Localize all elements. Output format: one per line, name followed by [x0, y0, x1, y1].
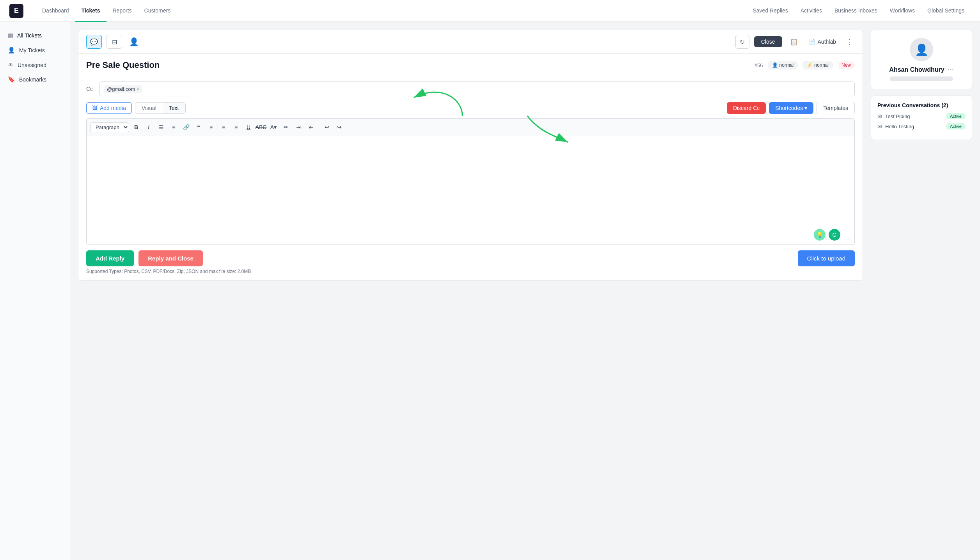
- nav-saved-replies[interactable]: Saved Replies: [746, 0, 794, 22]
- user-more-btn[interactable]: ⋯: [948, 66, 954, 73]
- strikethrough-btn[interactable]: ABC: [256, 122, 266, 133]
- refresh-btn[interactable]: ↻: [735, 35, 749, 49]
- visual-text-tabs: Visual Text: [135, 102, 186, 114]
- nav-tickets[interactable]: Tickets: [75, 0, 107, 22]
- spell-check-btn[interactable]: 💡: [814, 229, 826, 241]
- ticket-toolbar: 💬 ⊟ 👤 ↻ Close 📋 📄 Authlab ⋮: [78, 30, 863, 54]
- nav-global-settings[interactable]: Global Settings: [921, 0, 971, 22]
- action-row: Add Reply Reply and Close Click to uploa…: [86, 250, 855, 266]
- upload-btn[interactable]: Click to upload: [798, 250, 855, 266]
- sidebar: ▦ All Tickets 👤 My Tickets 👁 Unassigned …: [0, 22, 70, 560]
- conv-name-1[interactable]: Hello Testing: [885, 124, 943, 129]
- cc-label: Cc: [86, 86, 96, 92]
- priority-badge-2: ⚡ normal: [802, 61, 833, 69]
- more-options-btn[interactable]: ⋮: [844, 36, 855, 47]
- editor-toolbar: Paragraph B I ☰ ≡ 🔗 ❝ ≡ ≡ ≡ U ABC A▾ ✏ ⇥…: [86, 118, 855, 136]
- avatar: 👤: [910, 38, 933, 61]
- nav-links-right: Saved Replies Activities Business Inboxe…: [746, 0, 971, 22]
- shortcodes-btn[interactable]: Shortcodes ▾: [769, 102, 813, 114]
- cc-row: Cc @gmail.com ×: [86, 82, 855, 96]
- outdent-btn[interactable]: ⇤: [305, 122, 316, 133]
- cc-tag: @gmail.com ×: [104, 85, 142, 93]
- status-badge-new: New: [838, 61, 855, 69]
- templates-btn[interactable]: Templates: [817, 102, 855, 114]
- chevron-down-icon: ▾: [804, 105, 807, 111]
- undo-btn[interactable]: ↩: [321, 122, 332, 133]
- close-ticket-btn[interactable]: Close: [754, 36, 782, 47]
- align-left-btn[interactable]: ≡: [206, 122, 217, 133]
- user-profile-btn[interactable]: 👤: [127, 35, 141, 49]
- user-email-blur: [890, 76, 953, 81]
- compose-area: Cc @gmail.com × 🖼 Add media Visual Text: [78, 75, 863, 280]
- logo-text: E: [14, 7, 19, 15]
- nav-activities[interactable]: Activities: [794, 0, 828, 22]
- underline-btn[interactable]: U: [243, 122, 254, 133]
- sidebar-label-unassigned: Unassigned: [18, 62, 46, 68]
- prev-conversations: Previous Conversations (2) ✉ Test Piping…: [871, 96, 972, 140]
- sidebar-label-my-tickets: My Tickets: [19, 47, 45, 53]
- link-btn[interactable]: 🔗: [181, 122, 192, 133]
- mail-icon-0: ✉: [877, 113, 882, 119]
- eye-icon: 👁: [8, 62, 14, 68]
- sidebar-label-bookmarks: Bookmarks: [19, 76, 46, 83]
- nav-reports[interactable]: Reports: [107, 0, 138, 22]
- authlab-btn[interactable]: 📄 Authlab: [806, 37, 839, 46]
- font-color-btn[interactable]: A▾: [268, 122, 279, 133]
- resize-handle[interactable]: ⋱: [847, 237, 853, 243]
- highlight-btn[interactable]: ✏: [281, 122, 291, 133]
- indent-btn[interactable]: ⇥: [293, 122, 304, 133]
- prev-conversations-title: Previous Conversations (2): [877, 102, 966, 108]
- mail-icon-1: ✉: [877, 123, 882, 129]
- sidebar-item-bookmarks[interactable]: 🔖 Bookmarks: [0, 72, 70, 87]
- bold-btn[interactable]: B: [131, 122, 142, 133]
- unordered-list-btn[interactable]: ☰: [156, 122, 167, 133]
- sidebar-label-all-tickets: All Tickets: [17, 32, 42, 39]
- conv-item-1: ✉ Hello Testing Active: [877, 123, 966, 129]
- redo-btn[interactable]: ↪: [334, 122, 345, 133]
- alert-icon: ⚡: [807, 62, 813, 68]
- detail-view-btn[interactable]: ⊟: [107, 35, 122, 49]
- quote-btn[interactable]: ❝: [193, 122, 204, 133]
- nav-dashboard[interactable]: Dashboard: [36, 0, 75, 22]
- ticket-title-row: Pre Sale Question #56 👤 normal ⚡ normal …: [78, 54, 863, 75]
- message-view-btn[interactable]: 💬: [86, 35, 102, 49]
- add-media-btn[interactable]: 🖼 Add media: [86, 102, 132, 114]
- toolbar-row: 🖼 Add media Visual Text Discard Cc Short…: [86, 102, 855, 114]
- nav-workflows[interactable]: Workflows: [884, 0, 921, 22]
- reply-close-btn[interactable]: Reply and Close: [138, 250, 203, 266]
- nav-business-inboxes[interactable]: Business Inboxes: [828, 0, 884, 22]
- toolbar-divider: [319, 123, 319, 131]
- ticket-area: 💬 ⊟ 👤 ↻ Close 📋 📄 Authlab ⋮ Pre Sale Que…: [78, 30, 863, 281]
- editor-footer-icons: 💡 G: [814, 229, 840, 241]
- align-center-btn[interactable]: ≡: [218, 122, 229, 133]
- paragraph-select[interactable]: Paragraph: [91, 122, 129, 132]
- top-nav: E Dashboard Tickets Reports Customers Sa…: [0, 0, 980, 22]
- upload-info: Supported Types: Photos, CSV, PDF/Docs, …: [86, 269, 855, 274]
- authlab-icon: 📄: [809, 39, 815, 45]
- add-reply-btn[interactable]: Add Reply: [86, 250, 134, 266]
- priority-badge-1: 👤 normal: [768, 61, 798, 69]
- editor-body[interactable]: 💡 G ⋱: [86, 136, 855, 245]
- nav-customers[interactable]: Customers: [138, 0, 177, 22]
- discard-cc-btn[interactable]: Discard Cc: [727, 102, 766, 114]
- grammar-btn[interactable]: G: [829, 229, 840, 241]
- sidebar-item-unassigned[interactable]: 👁 Unassigned: [0, 58, 70, 72]
- italic-btn[interactable]: I: [143, 122, 154, 133]
- user-name-row: Ahsan Chowdhury ⋯: [877, 66, 966, 73]
- visual-tab[interactable]: Visual: [135, 103, 163, 113]
- align-right-btn[interactable]: ≡: [231, 122, 241, 133]
- bookmark-ticket-btn[interactable]: 📋: [787, 35, 801, 49]
- cc-input-container[interactable]: @gmail.com ×: [99, 82, 855, 96]
- user-name: Ahsan Chowdhury: [889, 66, 944, 73]
- sidebar-item-all-tickets[interactable]: ▦ All Tickets: [0, 28, 70, 43]
- media-icon: 🖼: [92, 105, 98, 111]
- user-icon: 👤: [8, 47, 15, 54]
- bookmark-icon: 🔖: [8, 76, 15, 83]
- sidebar-item-my-tickets[interactable]: 👤 My Tickets: [0, 43, 70, 58]
- ordered-list-btn[interactable]: ≡: [168, 122, 179, 133]
- logo[interactable]: E: [9, 4, 23, 18]
- user-card: 👤 Ahsan Chowdhury ⋯: [871, 30, 972, 89]
- text-tab[interactable]: Text: [163, 103, 185, 113]
- cc-tag-remove-btn[interactable]: ×: [137, 86, 139, 92]
- conv-name-0[interactable]: Test Piping: [885, 113, 943, 119]
